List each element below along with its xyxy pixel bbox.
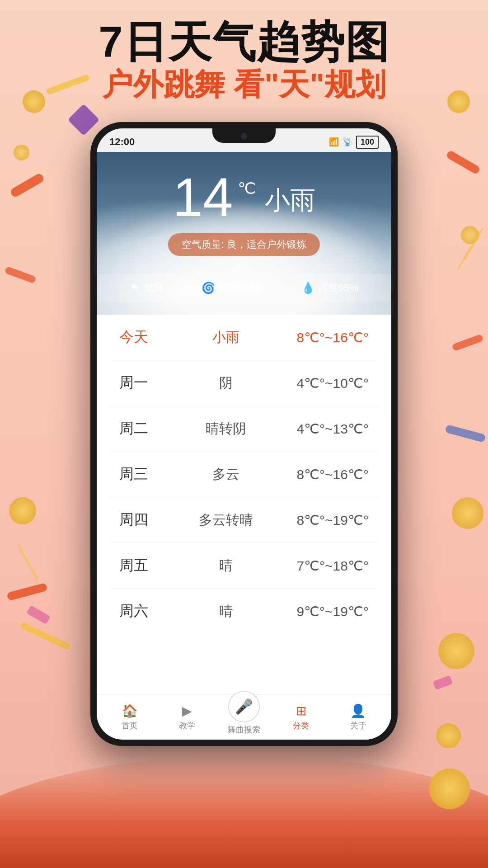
wind-speed-item: 🌀 风速3-4级 — [202, 274, 263, 302]
wind-direction-icon: ⚑ — [130, 282, 140, 294]
forecast-row: 周三多云8℃°~16℃° — [110, 452, 378, 497]
forecast-temp-0: 8℃°~16℃° — [278, 330, 369, 345]
forecast-row: 周二晴转阴4℃°~13℃° — [110, 406, 378, 452]
wind-direction-label: 北风 — [143, 281, 163, 295]
signal-icon: 📶 — [329, 137, 339, 147]
nav-item-home[interactable]: 🏠 首页 — [101, 703, 158, 731]
wind-direction-item: ⚑ 北风 — [130, 274, 163, 302]
weather-details: ⚑ 北风 🌀 风速3-4级 💧 湿度95% — [97, 274, 391, 302]
phone-frame: 12:00 📶 📡 100 14 ℃ 小雨 空气质量: 良，适合户外锻炼 ⚑ — [90, 122, 398, 746]
promo-title-area: 7日天气趋势图 户外跳舞 看"天"规划 — [0, 18, 488, 103]
weather-header: 14 ℃ 小雨 空气质量: 良，适合户外锻炼 ⚑ 北风 🌀 风速3-4级 💧 湿… — [97, 152, 391, 315]
battery-indicator: 100 — [356, 136, 379, 149]
wind-speed-icon: 🌀 — [202, 282, 215, 294]
home-icon: 🏠 — [122, 703, 138, 718]
forecast-temp-1: 4℃°~10℃° — [278, 375, 369, 391]
search-center-button[interactable]: 🎤 — [228, 691, 260, 722]
forecast-row: 周四多云转晴8℃°~19℃° — [110, 497, 378, 543]
forecast-row: 周一阴4℃°~10℃° — [110, 360, 378, 406]
forecast-list: 今天小雨8℃°~16℃°周一阴4℃°~10℃°周二晴转阴4℃°~13℃°周三多云… — [97, 315, 391, 694]
nav-item-about[interactable]: 👤 关于 — [330, 703, 387, 731]
forecast-temp-2: 4℃°~13℃° — [278, 421, 369, 437]
forecast-temp-5: 7℃°~18℃° — [278, 558, 369, 574]
forecast-temp-3: 8℃°~16℃° — [278, 467, 369, 482]
main-title: 7日天气趋势图 — [0, 18, 488, 66]
forecast-day-5: 周五 — [119, 556, 174, 576]
forecast-temp-4: 8℃°~19℃° — [278, 512, 369, 528]
wind-speed-label: 风速3-4级 — [219, 281, 263, 295]
forecast-day-0: 今天 — [119, 327, 174, 347]
temperature-unit: ℃ — [238, 179, 256, 198]
forecast-condition-0: 小雨 — [174, 328, 278, 347]
forecast-condition-1: 阴 — [174, 374, 278, 392]
forecast-day-2: 周二 — [119, 419, 174, 439]
forecast-row: 周六晴9℃°~19℃° — [110, 589, 378, 634]
category-icon: ⊞ — [296, 703, 306, 718]
play-icon: ▶ — [182, 703, 192, 718]
user-icon: 👤 — [350, 703, 366, 718]
humidity-item: 💧 湿度95% — [301, 274, 358, 302]
nav-label-category: 分类 — [293, 720, 309, 731]
forecast-condition-4: 多云转晴 — [174, 511, 278, 529]
notch — [212, 128, 276, 143]
temperature-value: 14 — [173, 170, 233, 224]
forecast-row: 周五晴7℃°~18℃° — [110, 543, 378, 589]
humidity-label: 湿度95% — [319, 281, 358, 295]
forecast-day-4: 周四 — [119, 510, 174, 530]
mic-icon: 🎤 — [235, 698, 253, 715]
forecast-condition-3: 多云 — [174, 465, 278, 484]
sub-title: 户外跳舞 看"天"规划 — [0, 66, 488, 103]
forecast-condition-2: 晴转阴 — [174, 420, 278, 438]
forecast-temp-6: 9℃°~19℃° — [278, 604, 369, 619]
bottom-navigation: 🏠 首页 ▶ 教学 🎤 舞曲搜索 ⊞ 分类 👤 关于 — [97, 694, 391, 740]
camera — [241, 133, 247, 139]
nav-item-search[interactable]: 🎤 舞曲搜索 — [216, 700, 272, 735]
nav-label-tutorial: 教学 — [179, 720, 195, 731]
nav-item-tutorial[interactable]: ▶ 教学 — [158, 703, 215, 731]
wifi-icon: 📡 — [343, 137, 352, 147]
forecast-day-6: 周六 — [119, 601, 174, 621]
nav-label-home: 首页 — [122, 720, 138, 731]
nav-label-search: 舞曲搜索 — [228, 724, 260, 735]
phone-screen: 12:00 📶 📡 100 14 ℃ 小雨 空气质量: 良，适合户外锻炼 ⚑ — [97, 128, 391, 740]
humidity-icon: 💧 — [301, 282, 315, 294]
air-quality-badge: 空气质量: 良，适合户外锻炼 — [168, 233, 320, 256]
forecast-day-1: 周一 — [119, 373, 174, 393]
forecast-day-3: 周三 — [119, 464, 174, 484]
forecast-condition-6: 晴 — [174, 602, 278, 621]
temperature-display: 14 ℃ 小雨 — [97, 170, 391, 224]
forecast-row: 今天小雨8℃°~16℃° — [110, 315, 378, 360]
weather-condition: 小雨 — [265, 184, 315, 218]
forecast-condition-5: 晴 — [174, 557, 278, 575]
nav-label-about: 关于 — [350, 720, 366, 731]
status-icons: 📶 📡 100 — [329, 136, 379, 149]
nav-item-category[interactable]: ⊞ 分类 — [272, 703, 329, 731]
status-time: 12:00 — [109, 136, 135, 148]
